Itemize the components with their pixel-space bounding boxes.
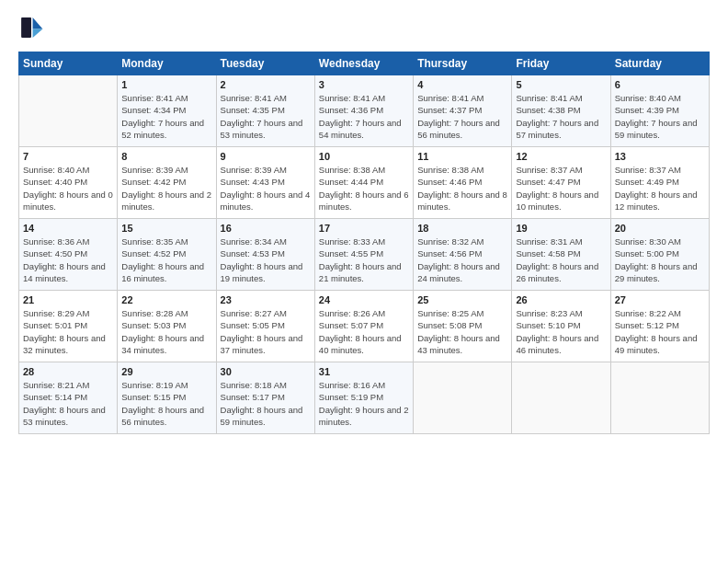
day-number: 12 <box>516 151 606 162</box>
day-info: Sunrise: 8:40 AMSunset: 4:39 PMDaylight:… <box>615 92 705 141</box>
calendar-cell <box>414 362 512 434</box>
day-number: 31 <box>319 366 409 377</box>
calendar-cell: 29Sunrise: 8:19 AMSunset: 5:15 PMDayligh… <box>118 362 216 434</box>
day-info: Sunrise: 8:25 AMSunset: 5:08 PMDaylight:… <box>417 307 507 356</box>
day-number: 21 <box>23 294 113 305</box>
day-number: 28 <box>23 366 113 377</box>
calendar-cell: 19Sunrise: 8:31 AMSunset: 4:58 PMDayligh… <box>512 219 610 291</box>
calendar-cell: 28Sunrise: 8:21 AMSunset: 5:14 PMDayligh… <box>19 362 118 434</box>
day-info: Sunrise: 8:26 AMSunset: 5:07 PMDaylight:… <box>319 307 409 356</box>
day-info: Sunrise: 8:29 AMSunset: 5:01 PMDaylight:… <box>23 307 113 356</box>
day-info: Sunrise: 8:31 AMSunset: 4:58 PMDaylight:… <box>516 236 606 284</box>
calendar-table: SundayMondayTuesdayWednesdayThursdayFrid… <box>18 52 710 434</box>
day-info: Sunrise: 8:38 AMSunset: 4:46 PMDaylight:… <box>417 164 507 213</box>
calendar-cell: 24Sunrise: 8:26 AMSunset: 5:07 PMDayligh… <box>314 291 413 362</box>
day-info: Sunrise: 8:41 AMSunset: 4:36 PMDaylight:… <box>319 92 409 141</box>
calendar-cell: 18Sunrise: 8:32 AMSunset: 4:56 PMDayligh… <box>414 219 512 291</box>
header <box>18 15 710 40</box>
calendar-cell: 20Sunrise: 8:30 AMSunset: 5:00 PMDayligh… <box>610 219 709 291</box>
svg-marker-0 <box>33 17 43 29</box>
calendar-cell: 31Sunrise: 8:16 AMSunset: 5:19 PMDayligh… <box>314 362 413 434</box>
calendar-cell: 21Sunrise: 8:29 AMSunset: 5:01 PMDayligh… <box>19 291 118 362</box>
day-number: 5 <box>516 79 606 90</box>
day-number: 13 <box>615 151 705 162</box>
day-number: 9 <box>221 151 311 162</box>
week-row-1: 7Sunrise: 8:40 AMSunset: 4:40 PMDaylight… <box>19 147 710 219</box>
day-info: Sunrise: 8:35 AMSunset: 4:52 PMDaylight:… <box>121 236 211 284</box>
day-number: 6 <box>615 79 705 90</box>
day-number: 8 <box>121 151 211 162</box>
calendar-cell: 27Sunrise: 8:22 AMSunset: 5:12 PMDayligh… <box>610 291 709 362</box>
day-number: 10 <box>319 151 409 162</box>
day-number: 20 <box>615 223 705 234</box>
day-number: 15 <box>121 223 211 234</box>
calendar-cell: 11Sunrise: 8:38 AMSunset: 4:46 PMDayligh… <box>414 147 512 219</box>
day-info: Sunrise: 8:23 AMSunset: 5:10 PMDaylight:… <box>516 307 606 356</box>
calendar-cell: 10Sunrise: 8:38 AMSunset: 4:44 PMDayligh… <box>314 147 413 219</box>
day-number: 24 <box>319 294 409 305</box>
header-day-saturday: Saturday <box>610 52 709 75</box>
calendar-cell: 30Sunrise: 8:18 AMSunset: 5:17 PMDayligh… <box>216 362 314 434</box>
day-info: Sunrise: 8:30 AMSunset: 5:00 PMDaylight:… <box>615 236 705 284</box>
day-info: Sunrise: 8:16 AMSunset: 5:19 PMDaylight:… <box>319 379 409 428</box>
header-day-sunday: Sunday <box>19 52 118 75</box>
header-row: SundayMondayTuesdayWednesdayThursdayFrid… <box>19 52 710 75</box>
header-day-monday: Monday <box>118 52 216 75</box>
day-info: Sunrise: 8:41 AMSunset: 4:37 PMDaylight:… <box>417 92 507 141</box>
day-info: Sunrise: 8:38 AMSunset: 4:44 PMDaylight:… <box>319 164 409 213</box>
day-number: 17 <box>319 223 409 234</box>
week-row-3: 21Sunrise: 8:29 AMSunset: 5:01 PMDayligh… <box>19 291 710 362</box>
day-number: 11 <box>417 151 507 162</box>
day-number: 29 <box>121 366 211 377</box>
calendar-cell: 22Sunrise: 8:28 AMSunset: 5:03 PMDayligh… <box>118 291 216 362</box>
day-info: Sunrise: 8:41 AMSunset: 4:35 PMDaylight:… <box>221 92 311 141</box>
day-info: Sunrise: 8:41 AMSunset: 4:34 PMDaylight:… <box>121 92 211 141</box>
day-info: Sunrise: 8:18 AMSunset: 5:17 PMDaylight:… <box>221 379 311 428</box>
calendar-cell: 23Sunrise: 8:27 AMSunset: 5:05 PMDayligh… <box>216 291 314 362</box>
calendar-cell: 4Sunrise: 8:41 AMSunset: 4:37 PMDaylight… <box>414 75 512 147</box>
day-info: Sunrise: 8:37 AMSunset: 4:49 PMDaylight:… <box>615 164 705 213</box>
day-number: 22 <box>121 294 211 305</box>
calendar-cell <box>512 362 610 434</box>
calendar-cell: 26Sunrise: 8:23 AMSunset: 5:10 PMDayligh… <box>512 291 610 362</box>
day-info: Sunrise: 8:19 AMSunset: 5:15 PMDaylight:… <box>121 379 211 428</box>
day-info: Sunrise: 8:37 AMSunset: 4:47 PMDaylight:… <box>516 164 606 213</box>
day-number: 18 <box>417 223 507 234</box>
week-row-0: 1Sunrise: 8:41 AMSunset: 4:34 PMDaylight… <box>19 75 710 147</box>
day-info: Sunrise: 8:36 AMSunset: 4:50 PMDaylight:… <box>23 236 113 284</box>
logo-icon <box>18 15 44 40</box>
day-number: 2 <box>221 79 311 90</box>
calendar-cell: 7Sunrise: 8:40 AMSunset: 4:40 PMDaylight… <box>19 147 118 219</box>
calendar-cell: 9Sunrise: 8:39 AMSunset: 4:43 PMDaylight… <box>216 147 314 219</box>
calendar-cell: 5Sunrise: 8:41 AMSunset: 4:38 PMDaylight… <box>512 75 610 147</box>
day-number: 27 <box>615 294 705 305</box>
day-info: Sunrise: 8:40 AMSunset: 4:40 PMDaylight:… <box>23 164 113 213</box>
day-info: Sunrise: 8:41 AMSunset: 4:38 PMDaylight:… <box>516 92 606 141</box>
calendar-cell: 15Sunrise: 8:35 AMSunset: 4:52 PMDayligh… <box>118 219 216 291</box>
calendar-cell: 8Sunrise: 8:39 AMSunset: 4:42 PMDaylight… <box>118 147 216 219</box>
day-number: 7 <box>23 151 113 162</box>
day-number: 30 <box>221 366 311 377</box>
calendar-cell: 25Sunrise: 8:25 AMSunset: 5:08 PMDayligh… <box>414 291 512 362</box>
calendar-cell: 16Sunrise: 8:34 AMSunset: 4:53 PMDayligh… <box>216 219 314 291</box>
day-info: Sunrise: 8:39 AMSunset: 4:42 PMDaylight:… <box>121 164 211 213</box>
day-info: Sunrise: 8:34 AMSunset: 4:53 PMDaylight:… <box>221 236 311 284</box>
header-day-wednesday: Wednesday <box>314 52 413 75</box>
header-day-tuesday: Tuesday <box>216 52 314 75</box>
calendar-cell: 2Sunrise: 8:41 AMSunset: 4:35 PMDaylight… <box>216 75 314 147</box>
calendar-cell: 17Sunrise: 8:33 AMSunset: 4:55 PMDayligh… <box>314 219 413 291</box>
week-row-4: 28Sunrise: 8:21 AMSunset: 5:14 PMDayligh… <box>19 362 710 434</box>
day-number: 19 <box>516 223 606 234</box>
day-number: 23 <box>221 294 311 305</box>
logo <box>18 15 48 40</box>
svg-marker-1 <box>33 29 43 38</box>
day-number: 3 <box>319 79 409 90</box>
day-number: 26 <box>516 294 606 305</box>
calendar-cell <box>610 362 709 434</box>
header-day-friday: Friday <box>512 52 610 75</box>
day-number: 1 <box>121 79 211 90</box>
day-number: 25 <box>417 294 507 305</box>
week-row-2: 14Sunrise: 8:36 AMSunset: 4:50 PMDayligh… <box>19 219 710 291</box>
header-day-thursday: Thursday <box>414 52 512 75</box>
day-info: Sunrise: 8:21 AMSunset: 5:14 PMDaylight:… <box>23 379 113 428</box>
